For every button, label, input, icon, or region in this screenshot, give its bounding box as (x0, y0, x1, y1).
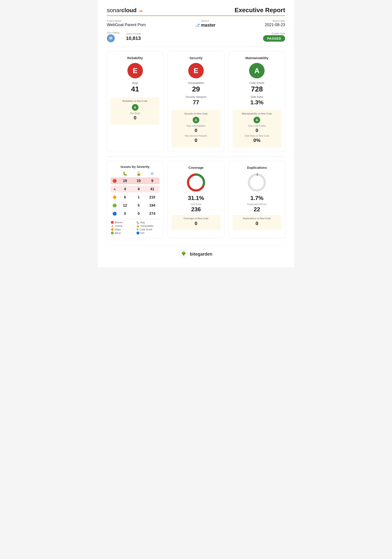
vuln-col-header: 🔓 (132, 171, 145, 176)
loc-label: Lines of Code (126, 32, 141, 35)
blocker-vuln-count: 19 (132, 179, 145, 183)
smell-col-header: ⚙ (146, 171, 159, 176)
info-bug-count: 0 (119, 212, 131, 216)
new-hotspots-label: New Security Hotspots (185, 135, 207, 137)
svg-point-3 (249, 175, 265, 190)
quality-gate-label: Quality Gate (272, 32, 285, 35)
legend-info-icon: 🔵 (136, 232, 140, 234)
critical-icon: 🔺 (111, 187, 118, 191)
svg-text:🌳: 🌳 (181, 251, 186, 256)
reliability-card: Reliability E Bugs 41 Reliability on New… (107, 51, 163, 152)
new-vulnerabilities-label: New Vulnerabilities (187, 125, 205, 127)
footer-brand: bitegarden (190, 252, 212, 257)
coverage-new-code-title: Coverage on New Code (184, 217, 208, 220)
header-divider (107, 16, 285, 16)
report-date-block: Report date 2021-08-23 (265, 19, 285, 27)
security-card: Security E Vulnerabilities 29 Security H… (168, 51, 224, 152)
project-name-block: Project Name WebGoat Parent Pom (107, 19, 146, 27)
metrics-row: Size Rating M Lines of Code 10,813 Quali… (107, 31, 285, 42)
legend-minor: 🟢 Minor (111, 232, 134, 234)
branch-icon: ⎇ (195, 23, 200, 28)
reliability-new-code-rating: A (132, 104, 138, 111)
bottom-cards: Issues by Severity 🐛 🔓 ⚙ 🔴 19 19 9 (107, 161, 285, 238)
debt-ratio-label: Debt Ratio (251, 95, 263, 99)
branch-value: ⎇ master (195, 23, 216, 28)
security-rating: E (188, 63, 204, 78)
duplicated-blocks-label: Duplicated Blocks (247, 203, 267, 205)
new-bugs-label: New Bugs (130, 112, 140, 114)
hotspots-value: 77 (193, 99, 199, 106)
code-smells-value: 728 (251, 85, 263, 93)
major-vuln-count: 1 (132, 195, 145, 199)
bug-col-header: 🐛 (119, 171, 131, 176)
issues-title: Issues by Severity (111, 165, 160, 168)
critical-vuln-count: 4 (132, 187, 145, 191)
legend-critical-icon: 🔺 (111, 224, 114, 227)
minor-vuln-count: 5 (132, 204, 145, 207)
major-bug-count: 6 (119, 195, 131, 199)
critical-row: 🔺 4 4 41 (111, 186, 160, 193)
legend-blocker-icon: 🔴 (111, 221, 114, 224)
new-smells-label: New Code Smells (248, 125, 266, 127)
legend-info: 🔵 Info (136, 232, 160, 234)
duplications-new-code-value: 0 (256, 221, 258, 226)
duplications-new-code-box: Duplications on New Code 0 (232, 215, 281, 230)
minor-row: 🟢 12 5 194 (111, 202, 160, 209)
duplicated-blocks-value: 22 (254, 206, 260, 213)
duplications-card: Duplications 1.7% Duplicated Blocks 22 D… (229, 161, 285, 238)
blocker-bug-count: 19 (119, 179, 131, 183)
legend-smell-icon: ⚙ (136, 228, 139, 231)
loc-value: 10,813 (126, 36, 141, 41)
minor-bug-count: 12 (119, 204, 131, 207)
duplications-new-code-title: Duplications on New Code (243, 217, 271, 220)
sections-divider (107, 47, 285, 47)
debt-ratio-value: 1.3% (250, 99, 263, 106)
duplications-percentage: 1.7% (250, 195, 263, 202)
issues-table: 🐛 🔓 ⚙ 🔴 19 19 9 🔺 4 4 41 (111, 171, 160, 217)
duplications-title: Duplications (247, 166, 267, 169)
legend-vulnerability: 🔓 Vulnerability (136, 224, 160, 227)
vulnerabilities-value: 29 (192, 85, 200, 93)
legend-major-icon: 🔶 (111, 228, 114, 231)
legend-vuln-icon: 🔓 (136, 224, 140, 227)
report-title: Executive Report (234, 7, 285, 14)
minor-icon: 🟢 (111, 203, 118, 207)
coverage-percentage: 31.1% (188, 195, 204, 202)
size-badge: M (107, 34, 115, 42)
bugs-value: 41 (131, 85, 139, 93)
quality-gate-block: Quality Gate PASSED (263, 32, 285, 42)
blocker-row: 🔴 19 19 9 (111, 177, 160, 184)
issues-header-row: 🐛 🔓 ⚙ (111, 171, 160, 176)
maintainability-rating: A (249, 63, 265, 78)
code-smells-label: Code Smells (249, 82, 264, 84)
duplications-donut (247, 173, 267, 193)
legend-blocker: 🔴 Blocker (111, 221, 134, 224)
logo-text: sonarcloud (107, 7, 136, 14)
info-vuln-count: 0 (132, 212, 145, 216)
new-vulnerabilities-value: 0 (195, 128, 197, 133)
issues-divider (111, 219, 160, 219)
size-rating-label: Size Rating (107, 31, 119, 34)
unit-tests-value: 236 (191, 206, 201, 213)
top-cards: Reliability E Bugs 41 Reliability on New… (107, 51, 285, 152)
security-new-code-title: Security on New Code (184, 112, 208, 115)
legend-bug: 🐛 Bug (136, 221, 160, 224)
vulnerabilities-label: Vulnerabilities (188, 82, 204, 84)
security-new-code-box: Security on New Code A New Vulnerabiliti… (171, 110, 220, 147)
issues-card: Issues by Severity 🐛 🔓 ⚙ 🔴 19 19 9 (107, 161, 163, 238)
quality-gate-badge: PASSED (263, 35, 285, 42)
loc-block: Lines of Code 10,813 (126, 32, 141, 41)
new-debt-value: 0% (253, 138, 260, 143)
reliability-title: Reliability (127, 56, 143, 60)
major-icon: 🔶 (111, 195, 118, 199)
bugs-label: Bugs (132, 82, 138, 84)
legend-code-smell: ⚙ Code Smell (136, 228, 160, 231)
bottom-divider (107, 156, 285, 157)
footer-logo: 🌳 (180, 250, 187, 259)
maintainability-card: Maintainability A Code Smells 728 Debt R… (229, 51, 285, 152)
branch-label: Branch (201, 19, 209, 22)
legend-bug-icon: 🐛 (136, 221, 140, 224)
legend-minor-icon: 🟢 (111, 232, 114, 234)
security-new-code-rating: A (193, 117, 199, 123)
report-date-label: Report date (265, 19, 285, 22)
